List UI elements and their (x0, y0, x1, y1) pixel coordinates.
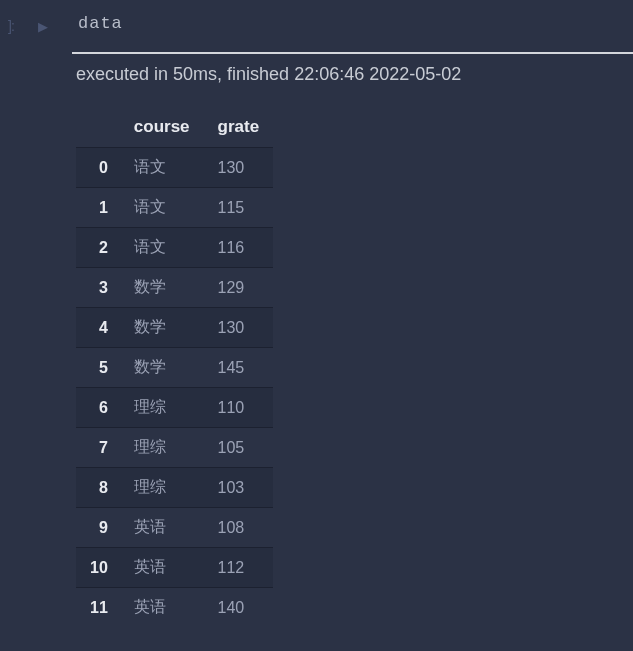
cell-course: 英语 (120, 548, 204, 588)
row-index: 5 (76, 348, 120, 388)
cell-grate: 130 (204, 308, 274, 348)
cell-grate: 116 (204, 228, 274, 268)
table-row: 10英语112 (76, 548, 273, 588)
cell-course: 英语 (120, 588, 204, 628)
table-row: 3数学129 (76, 268, 273, 308)
execution-status: executed in 50ms, finished 22:06:46 2022… (0, 54, 633, 99)
table-row: 7理综105 (76, 428, 273, 468)
column-header-course: course (120, 107, 204, 148)
cell-grate: 108 (204, 508, 274, 548)
cell-course: 数学 (120, 268, 204, 308)
cell-course: 语文 (120, 188, 204, 228)
table-row: 0语文130 (76, 148, 273, 188)
cell-prompt-indicator: ]: (8, 18, 28, 34)
column-header-grate: grate (204, 107, 274, 148)
cell-grate: 103 (204, 468, 274, 508)
cell-grate: 140 (204, 588, 274, 628)
output-area: course grate 0语文1301语文1152语文1163数学1294数学… (0, 99, 633, 627)
cell-course: 语文 (120, 148, 204, 188)
cell-course: 英语 (120, 508, 204, 548)
row-index: 11 (76, 588, 120, 628)
row-index: 4 (76, 308, 120, 348)
cell-course: 数学 (120, 348, 204, 388)
table-row: 2语文116 (76, 228, 273, 268)
run-arrow-icon[interactable]: ▶ (38, 19, 48, 34)
cell-course: 理综 (120, 388, 204, 428)
cell-course: 理综 (120, 468, 204, 508)
row-index: 8 (76, 468, 120, 508)
row-index: 10 (76, 548, 120, 588)
row-index: 7 (76, 428, 120, 468)
input-cell: ]: ▶ data (0, 0, 633, 52)
table-row: 1语文115 (76, 188, 273, 228)
table-row: 8理综103 (76, 468, 273, 508)
cell-course: 数学 (120, 308, 204, 348)
dataframe-table: course grate 0语文1301语文1152语文1163数学1294数学… (76, 107, 273, 627)
table-row: 11英语140 (76, 588, 273, 628)
row-index: 0 (76, 148, 120, 188)
cell-course: 理综 (120, 428, 204, 468)
cell-grate: 145 (204, 348, 274, 388)
code-input[interactable]: data (60, 0, 633, 52)
row-index: 2 (76, 228, 120, 268)
cell-grate: 112 (204, 548, 274, 588)
cell-grate: 110 (204, 388, 274, 428)
cell-course: 语文 (120, 228, 204, 268)
table-row: 5数学145 (76, 348, 273, 388)
cell-grate: 105 (204, 428, 274, 468)
index-header (76, 107, 120, 148)
row-index: 3 (76, 268, 120, 308)
row-index: 1 (76, 188, 120, 228)
cell-grate: 130 (204, 148, 274, 188)
cell-grate: 115 (204, 188, 274, 228)
table-row: 6理综110 (76, 388, 273, 428)
row-index: 6 (76, 388, 120, 428)
table-row: 9英语108 (76, 508, 273, 548)
row-index: 9 (76, 508, 120, 548)
cell-grate: 129 (204, 268, 274, 308)
table-header-row: course grate (76, 107, 273, 148)
table-row: 4数学130 (76, 308, 273, 348)
